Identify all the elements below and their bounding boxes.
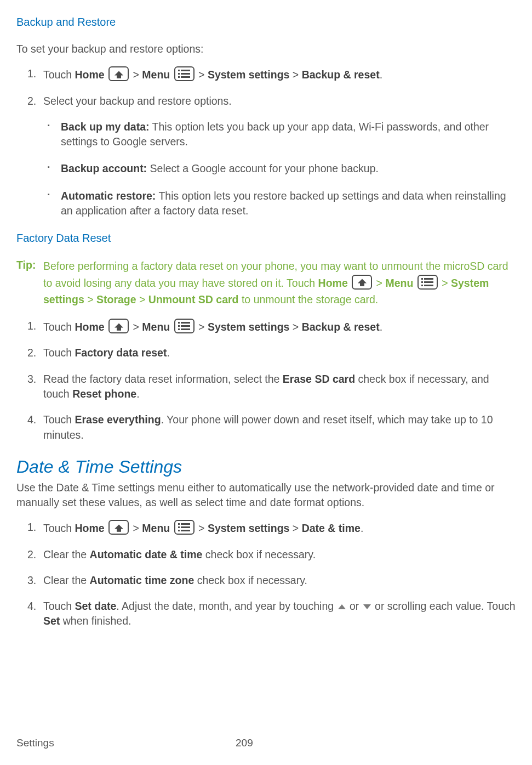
menu-label: Menu [385,277,413,289]
home-icon [108,520,129,535]
date-time-label: Date & time [302,522,361,534]
arrow-down-icon [363,604,371,609]
date-time-intro: Use the Date & Time settings menu either… [16,480,517,511]
text: Select a Google account for your phone b… [147,162,379,174]
tip-block: Tip: Before performing a factory data re… [16,258,517,308]
factory-reset-steps: Touch Home > Menu > System settings > Ba… [16,319,517,443]
home-label: Home [318,277,348,289]
menu-label: Menu [142,69,170,81]
sep: > [289,522,301,534]
sep: > [196,69,208,81]
text: to unmount the storage card. [239,293,379,305]
text: check box if necessary. [202,548,316,560]
sep: > [136,293,148,305]
list-item: Clear the Automatic date & time check bo… [43,547,517,562]
text: Touch [43,321,75,333]
home-icon [108,319,129,333]
factory-data-reset-label: Factory data reset [75,347,167,359]
system-settings-label: System settings [208,69,290,81]
sep: > [373,277,385,289]
text: . [167,347,169,359]
text: Touch [43,600,75,612]
text: Clear the [43,548,90,560]
text: Read the factory data reset information,… [43,373,283,385]
footer-title: Settings [16,736,236,751]
text: Select your backup and restore options. [43,95,232,107]
home-label: Home [75,522,104,534]
backup-steps: Touch Home > Menu > System settings > Ba… [16,66,517,218]
text: Touch [43,69,75,81]
page-number: 209 [236,736,253,751]
heading-backup-restore: Backup and Restore [16,14,517,30]
text: . [380,321,382,333]
text: or scrolling each value. Touch [372,600,516,612]
sep: > [130,522,142,534]
text: . [380,69,382,81]
backup-intro: To set your backup and restore options: [16,42,517,56]
menu-label: Menu [142,321,170,333]
sep: > [84,293,96,305]
sep: > [439,277,451,289]
menu-icon [174,319,195,333]
heading-factory-reset: Factory Data Reset [16,230,517,246]
set-date-label: Set date [75,600,116,612]
list-item: Touch Home > Menu > System settings > Da… [43,520,517,536]
text: Touch [43,522,75,534]
sep: > [289,69,301,81]
list-item: Touch Factory data reset. [43,345,517,360]
arrow-up-icon [338,604,346,609]
list-item: Touch Home > Menu > System settings > Ba… [43,66,517,82]
sep: > [130,321,142,333]
list-item: Backup account: Select a Google account … [61,161,517,176]
backup-options: Back up my data: This option lets you ba… [43,120,517,218]
tip-body: Before performing a factory data reset o… [43,258,517,308]
menu-label: Menu [142,522,170,534]
home-icon [352,275,372,290]
text: . [361,522,363,534]
option-label: Backup account: [61,162,147,174]
list-item: Touch Home > Menu > System settings > Ba… [43,319,517,335]
reset-phone-label: Reset phone [72,388,136,400]
menu-icon [174,520,195,535]
erase-sd-label: Erase SD card [283,373,355,385]
date-time-steps: Touch Home > Menu > System settings > Da… [16,520,517,628]
text: Touch [43,347,75,359]
page-footer: Settings 209 [16,736,517,751]
text: . Adjust the date, month, and year by to… [116,600,336,612]
home-icon [108,66,129,81]
list-item: Select your backup and restore options. … [43,94,517,219]
option-label: Automatic restore: [61,190,156,202]
system-settings-label: System settings [208,522,290,534]
home-label: Home [75,321,104,333]
menu-icon [174,66,195,81]
text: Clear the [43,574,90,586]
unmount-label: Unmount SD card [148,293,239,305]
set-label: Set [43,615,60,627]
sep: > [289,321,301,333]
backup-reset-label: Backup & reset [302,321,380,333]
sep: > [196,522,208,534]
storage-label: Storage [96,293,136,305]
list-item: Touch Erase everything. Your phone will … [43,412,517,443]
list-item: Automatic restore: This option lets you … [61,189,517,219]
text: or [347,600,362,612]
list-item: Read the factory data reset information,… [43,372,517,402]
erase-everything-label: Erase everything [75,413,161,426]
text: check box if necessary. [194,574,307,586]
auto-date-label: Automatic date & time [90,548,203,560]
sep: > [196,321,208,333]
auto-timezone-label: Automatic time zone [90,574,195,586]
backup-reset-label: Backup & reset [302,69,380,81]
tip-label: Tip: [16,258,43,308]
sep: > [130,69,142,81]
heading-date-time: Date & Time Settings [16,455,517,479]
option-label: Back up my data: [61,121,149,133]
home-label: Home [75,69,104,81]
menu-icon [417,275,438,290]
list-item: Back up my data: This option lets you ba… [61,120,517,150]
system-settings-label: System settings [208,321,290,333]
list-item: Touch Set date. Adjust the date, month, … [43,599,517,629]
list-item: Clear the Automatic time zone check box … [43,573,517,588]
text: when finished. [60,615,131,627]
text: . [136,388,139,400]
